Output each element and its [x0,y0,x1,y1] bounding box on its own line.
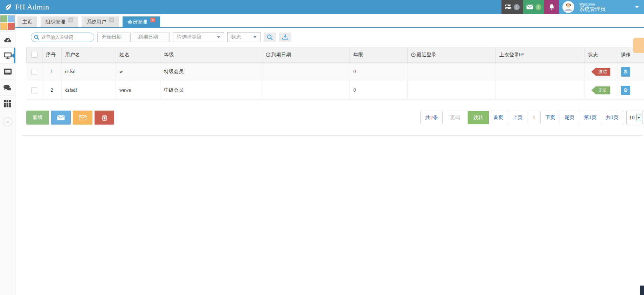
row-checkbox[interactable] [31,69,37,75]
search-button[interactable] [264,33,276,42]
first-page-link[interactable]: 首页 [489,111,508,124]
tab-member-management[interactable]: 会员管理 × [123,16,160,27]
bell-icon [549,4,555,10]
main-content: 主页 组织管理 × 系统用户 × 会员管理 × 开始日期 [15,14,644,295]
tab-label: 主页 [22,16,32,27]
sidebar-item-apps[interactable] [0,96,15,112]
scrollbar-thumb[interactable] [640,286,644,295]
send-email-button[interactable] [73,111,92,125]
table-row: 2 dsfsdf wewe 中级会员 0 正常 ⚙ [27,81,644,100]
page-info: 第1页 [579,111,601,124]
tab-close-icon[interactable]: × [150,17,155,22]
tab-close-icon[interactable]: × [109,17,114,22]
logo-square-red [8,23,15,30]
level-select-value: 请选择等级 [177,34,201,40]
jump-button[interactable]: 跳转 [468,111,489,124]
members-table: 序号 用户名 姓名 等级 到期日期 年限 最近登录 [26,47,644,100]
bulk-actions: 新增 [26,111,114,125]
topbar: FH Admin 1 1 [0,0,644,14]
notifications-button[interactable] [544,0,559,14]
col-years: 年限 [350,47,408,63]
add-button[interactable]: 新增 [26,111,49,125]
table-header-row: 序号 用户名 姓名 等级 到期日期 年限 最近登录 [27,47,644,63]
tab-label: 组织管理 [46,16,65,27]
collapse-icon: « [6,119,9,125]
last-page-link[interactable]: 尾页 [560,111,579,124]
cell-username: dsfsdf [62,81,116,100]
mail-outline-icon [79,115,86,120]
tasks-count-badge: 1 [514,4,520,10]
gear-icon: ⚙ [623,87,628,93]
status-badge: 冻结 [591,68,610,76]
delete-button[interactable] [95,111,114,125]
leaf-logo-icon [4,3,13,11]
status-select[interactable]: 状态 [227,32,261,42]
col-level: 等级 [160,47,262,63]
total-pages: 共1页 [601,111,623,124]
cell-expire-date [262,81,350,100]
chevron-down-icon [635,6,639,8]
total-count: 共2条 [420,111,443,124]
sidebar-item-messages[interactable] [0,80,15,96]
tab-label: 会员管理 [127,16,147,27]
tab-org-management[interactable]: 组织管理 × [41,16,78,27]
keyword-input[interactable] [41,35,87,40]
logo-square-orange [0,23,7,30]
cell-last-ip [496,63,584,81]
dashboard-icon [4,36,12,43]
pagination: 共2条 跳转 首页 上页 1 下页 尾页 第1页 共1页 10 [420,111,643,124]
cell-last-login [408,81,496,100]
user-menu-button[interactable]: Welcome 系统管理员 [559,0,644,14]
content-divider [22,135,643,136]
sidebar-item-members[interactable] [0,48,15,64]
sidebar-item-dashboard[interactable] [0,31,15,48]
cell-username: dsfsd [62,63,116,81]
chevron-down-icon [253,36,257,38]
side-panel-handle[interactable] [633,38,644,53]
row-settings-button[interactable]: ⚙ [621,67,630,77]
chevron-down-icon [217,36,220,38]
tab-home[interactable]: 主页 [18,16,37,27]
next-page-link[interactable]: 下页 [541,111,560,124]
cell-name: wewe [116,81,160,100]
page-number-input[interactable] [446,115,464,120]
row-settings-button[interactable]: ⚙ [621,86,630,95]
logo-square-green [0,15,7,22]
prev-page-link[interactable]: 上页 [508,111,527,124]
logo-square-blue [8,15,15,22]
sidebar-collapse-button[interactable]: « [3,117,12,126]
total-suffix: 条 [433,114,438,121]
mail-icon [526,5,533,9]
col-username: 用户名 [62,47,116,63]
clock-icon [411,52,416,57]
level-select[interactable]: 请选择等级 [173,32,224,42]
total-prefix: 共 [425,114,430,121]
current-page: 1 [527,111,541,124]
start-date-field[interactable]: 开始日期 [97,33,131,42]
table-row: 1 dsfsd w 特级会员 0 冻结 ⚙ [27,63,644,81]
select-all-checkbox[interactable] [32,52,37,58]
avatar [562,1,574,13]
end-date-field[interactable]: 到期日期 [134,33,170,42]
brand: FH Admin [0,0,49,14]
app-root: FH Admin 1 1 [0,0,644,295]
header-checkbox-cell [27,47,42,63]
page-size-select[interactable]: 10 [626,111,643,124]
messages-menu-button[interactable]: 1 [523,0,544,14]
tab-close-icon[interactable]: × [68,17,73,22]
cell-last-login [408,63,496,81]
col-label: 到期日期 [271,52,291,57]
send-message-button[interactable] [51,111,71,125]
col-last-login: 最近登录 [408,47,496,63]
export-button[interactable] [279,33,291,42]
search-icon [34,35,39,40]
sidebar-item-forms[interactable] [0,64,15,80]
tab-system-users[interactable]: 系统用户 × [82,16,119,27]
row-checkbox[interactable] [31,87,37,93]
grid-icon [4,100,11,107]
tasks-menu-button[interactable]: 1 [501,0,523,14]
clock-icon [266,52,270,57]
topbar-right: 1 1 Welcome 系统管理员 [501,0,644,14]
list-icon [4,68,12,75]
cell-index: 2 [42,81,62,100]
